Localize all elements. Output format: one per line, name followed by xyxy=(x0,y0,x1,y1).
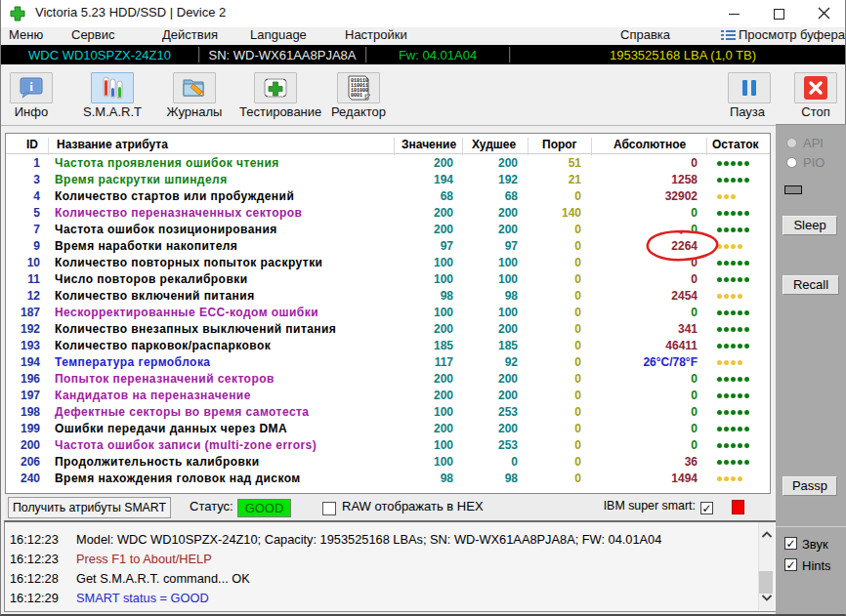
svg-text:0001: 0001 xyxy=(351,93,362,99)
svg-text:i: i xyxy=(29,79,33,94)
